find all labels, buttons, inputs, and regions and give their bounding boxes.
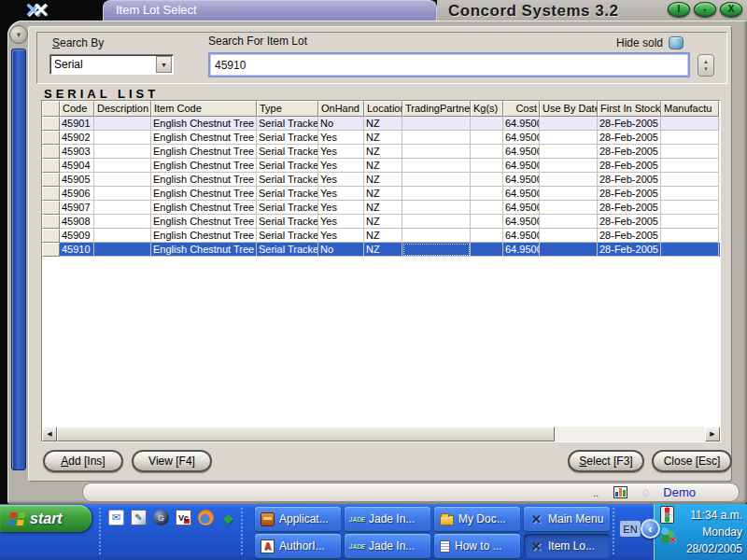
cell-use_by_date [540, 159, 598, 173]
row-selector[interactable] [42, 159, 60, 173]
language-indicator[interactable]: EN [620, 521, 641, 537]
column-header-kgs[interactable]: Kg(s) [471, 101, 503, 117]
tray-clock-date: 28/02/2005 [686, 542, 742, 555]
column-header-code[interactable]: Code [60, 101, 94, 117]
horizontal-scrollbar[interactable]: ◀ ▶ [42, 427, 720, 441]
show-desktop-icon[interactable] [131, 510, 147, 525]
row-selector[interactable] [42, 173, 60, 187]
table-row-45903[interactable]: 45903English Chestnut TreeSerial Tracked… [42, 145, 720, 159]
column-header-location[interactable]: Location [364, 101, 402, 117]
search-input[interactable]: 45910 [208, 52, 690, 77]
table-row-45904[interactable]: 45904English Chestnut TreeSerial Tracked… [42, 159, 720, 173]
scroll-left-icon[interactable]: ◀ [42, 427, 57, 441]
row-selector[interactable] [42, 243, 60, 257]
column-header-trading_partner[interactable]: TradingPartner [402, 101, 471, 117]
taskbar-button-jade-in---[interactable]: JADEJade In... [345, 507, 430, 531]
close-button[interactable]: Close [Esc] [652, 450, 732, 472]
cell-location: NZ [364, 131, 402, 145]
window-tab-item-lot-select[interactable]: Item Lot Select [103, 0, 437, 21]
taskbar-button-jade-in---[interactable]: JADEJade In... [345, 534, 430, 558]
jade-logo: ✕ ✕ [6, 0, 60, 21]
search-by-dropdown[interactable]: Serial ▼ [49, 54, 174, 75]
minimize-button[interactable]: - [694, 2, 716, 17]
cell-manufacturer [661, 215, 719, 229]
windows-flag-icon [8, 512, 26, 525]
row-selector[interactable] [42, 201, 60, 215]
close-window-button[interactable]: X [720, 2, 742, 17]
cell-type: Serial Tracked [257, 243, 318, 257]
cell-item_code: English Chestnut Tree [151, 229, 257, 243]
author-icon [261, 539, 275, 553]
serial-list-title: SERIAL LIST [44, 87, 159, 101]
column-header-cost[interactable]: Cost [503, 101, 540, 117]
cell-location: NZ [364, 215, 402, 229]
row-selector[interactable] [42, 131, 60, 145]
cell-onhand: Yes [318, 215, 364, 229]
start-button[interactable]: start [0, 505, 92, 532]
row-selector[interactable] [42, 117, 60, 131]
cell-code: 45906 [60, 187, 94, 201]
table-row-45906[interactable]: 45906English Chestnut TreeSerial Tracked… [42, 187, 720, 201]
cell-onhand: Yes [318, 159, 364, 173]
table-row-45908[interactable]: 45908English Chestnut TreeSerial Tracked… [42, 215, 720, 229]
table-row-45905[interactable]: 45905English Chestnut TreeSerial Tracked… [42, 173, 720, 187]
vnc-icon[interactable] [176, 510, 191, 525]
firefox-icon[interactable] [198, 510, 214, 525]
column-header-use_by_date[interactable]: Use By Date [540, 101, 598, 117]
column-header-item_code[interactable]: Item Code [151, 101, 257, 117]
table-row-45909[interactable]: 45909English Chestnut TreeSerial Tracked… [42, 229, 720, 243]
cell-manufacturer [661, 159, 719, 173]
row-selector[interactable] [42, 229, 60, 243]
browser-globe-icon[interactable] [153, 510, 169, 525]
column-header-onhand[interactable]: OnHand [318, 101, 364, 117]
column-header-description[interactable]: Description [94, 101, 151, 117]
chevron-down-icon[interactable]: ▼ [156, 56, 172, 73]
taskbar-button-item-lo---[interactable]: ✕Item Lo... [524, 534, 610, 558]
table-row-45907[interactable]: 45907English Chestnut TreeSerial Tracked… [42, 201, 720, 215]
maximize-button[interactable]: I [668, 2, 690, 17]
row-selector[interactable] [42, 215, 60, 229]
cell-onhand: No [318, 117, 364, 131]
row-selector[interactable] [42, 187, 60, 201]
table-row-45902[interactable]: 45902English Chestnut TreeSerial Tracked… [42, 131, 720, 145]
cell-type: Serial Tracked [257, 159, 318, 173]
column-header-manufacturer[interactable]: Manufactu [661, 101, 719, 117]
side-toggle-button[interactable]: ▼ [9, 25, 28, 44]
row-selector-header [42, 101, 60, 117]
taskbar-button-authori---[interactable]: AuthorI... [255, 534, 341, 558]
jade-launcher-icon[interactable] [220, 510, 236, 525]
cell-use_by_date [540, 201, 598, 215]
tray-collapse-icon[interactable]: ‹ [641, 519, 660, 539]
cell-use_by_date [540, 243, 598, 257]
taskbar-button-main-menu[interactable]: ✕Main Menu [524, 507, 610, 531]
tray-clock-time[interactable]: 11:34 a.m. [690, 509, 742, 522]
cell-location: NZ [364, 117, 402, 131]
spinner-up-icon[interactable]: ▲ [703, 58, 709, 65]
taskbar-button-how-to----[interactable]: How to ... [434, 534, 520, 558]
spinner-down-icon[interactable]: ▼ [703, 65, 709, 73]
column-header-first_in_stock[interactable]: First In Stock [598, 101, 661, 117]
taskbar-button-label: Jade In... [369, 539, 415, 553]
taskbar-button-applicat---[interactable]: Applicat... [255, 507, 341, 531]
taskbar-button-my-doc---[interactable]: My Doc... [434, 507, 520, 531]
row-selector[interactable] [42, 145, 60, 159]
add-button[interactable]: Add [Ins] [43, 450, 123, 472]
view-button[interactable]: View [F4] [132, 450, 212, 472]
cell-description [94, 229, 151, 243]
cell-item_code: English Chestnut Tree [151, 117, 257, 131]
traffic-light-tray-icon[interactable] [660, 506, 674, 524]
column-header-type[interactable]: Type [257, 101, 318, 117]
select-button[interactable]: Select [F3] [568, 450, 644, 472]
table-row-45910[interactable]: 45910English Chestnut TreeSerial Tracked… [42, 243, 720, 257]
hide-sold-checkbox[interactable] [669, 36, 684, 49]
cell-description [94, 215, 151, 229]
scroll-right-icon[interactable]: ▶ [705, 427, 720, 441]
table-row-45901[interactable]: 45901English Chestnut TreeSerial Tracked… [42, 117, 720, 131]
cell-trading_partner [402, 243, 471, 257]
vertical-side-scrollbar[interactable] [11, 49, 26, 470]
scrollbar-thumb[interactable] [57, 427, 555, 441]
taskbar-button-label: Item Lo... [548, 539, 595, 553]
outlook-express-icon[interactable] [108, 510, 124, 525]
search-spinner[interactable]: ▲ ▼ [698, 54, 714, 77]
messenger-offline-tray-icon[interactable] [658, 526, 676, 544]
